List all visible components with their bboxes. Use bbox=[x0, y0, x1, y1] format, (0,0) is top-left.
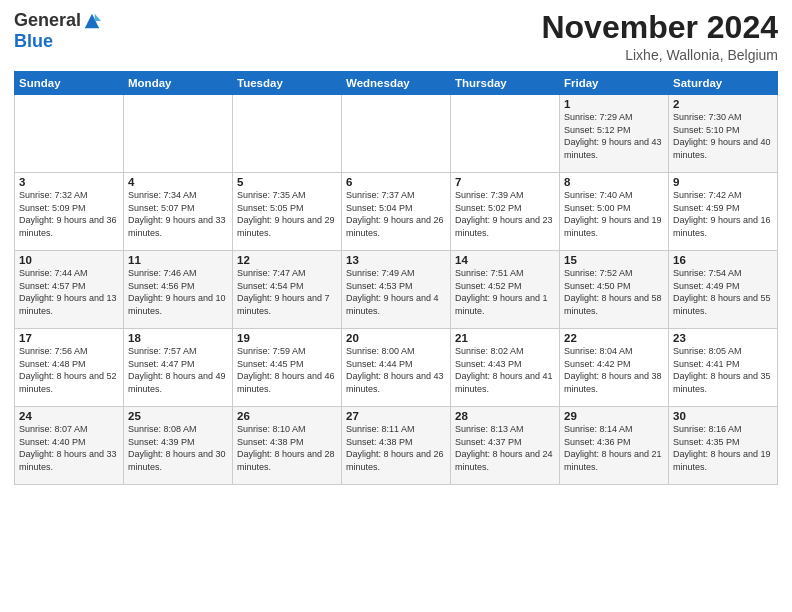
day-info: Sunrise: 7:54 AMSunset: 4:49 PMDaylight:… bbox=[673, 267, 773, 317]
calendar-day-cell bbox=[342, 95, 451, 173]
day-number: 10 bbox=[19, 254, 119, 266]
day-info: Sunrise: 7:40 AMSunset: 5:00 PMDaylight:… bbox=[564, 189, 664, 239]
day-info: Sunrise: 8:10 AMSunset: 4:38 PMDaylight:… bbox=[237, 423, 337, 473]
calendar-day-cell: 30Sunrise: 8:16 AMSunset: 4:35 PMDayligh… bbox=[669, 407, 778, 485]
logo: General Blue bbox=[14, 10, 101, 52]
day-info: Sunrise: 7:59 AMSunset: 4:45 PMDaylight:… bbox=[237, 345, 337, 395]
calendar-day-cell bbox=[233, 95, 342, 173]
calendar-day-cell: 7Sunrise: 7:39 AMSunset: 5:02 PMDaylight… bbox=[451, 173, 560, 251]
day-number: 27 bbox=[346, 410, 446, 422]
calendar-day-cell: 5Sunrise: 7:35 AMSunset: 5:05 PMDaylight… bbox=[233, 173, 342, 251]
calendar-day-cell: 6Sunrise: 7:37 AMSunset: 5:04 PMDaylight… bbox=[342, 173, 451, 251]
calendar-day-cell: 13Sunrise: 7:49 AMSunset: 4:53 PMDayligh… bbox=[342, 251, 451, 329]
title-area: November 2024 Lixhe, Wallonia, Belgium bbox=[541, 10, 778, 63]
calendar-container: General Blue November 2024 Lixhe, Wallon… bbox=[0, 0, 792, 493]
weekday-header: Tuesday bbox=[233, 72, 342, 95]
day-number: 15 bbox=[564, 254, 664, 266]
day-info: Sunrise: 7:52 AMSunset: 4:50 PMDaylight:… bbox=[564, 267, 664, 317]
day-info: Sunrise: 7:35 AMSunset: 5:05 PMDaylight:… bbox=[237, 189, 337, 239]
day-number: 13 bbox=[346, 254, 446, 266]
calendar-day-cell bbox=[451, 95, 560, 173]
day-info: Sunrise: 7:37 AMSunset: 5:04 PMDaylight:… bbox=[346, 189, 446, 239]
calendar-day-cell: 17Sunrise: 7:56 AMSunset: 4:48 PMDayligh… bbox=[15, 329, 124, 407]
calendar-day-cell: 11Sunrise: 7:46 AMSunset: 4:56 PMDayligh… bbox=[124, 251, 233, 329]
calendar-day-cell bbox=[15, 95, 124, 173]
weekday-header: Saturday bbox=[669, 72, 778, 95]
day-number: 11 bbox=[128, 254, 228, 266]
day-info: Sunrise: 8:16 AMSunset: 4:35 PMDaylight:… bbox=[673, 423, 773, 473]
day-info: Sunrise: 7:32 AMSunset: 5:09 PMDaylight:… bbox=[19, 189, 119, 239]
calendar-day-cell: 18Sunrise: 7:57 AMSunset: 4:47 PMDayligh… bbox=[124, 329, 233, 407]
weekday-header-row: SundayMondayTuesdayWednesdayThursdayFrid… bbox=[15, 72, 778, 95]
day-number: 6 bbox=[346, 176, 446, 188]
calendar-day-cell: 8Sunrise: 7:40 AMSunset: 5:00 PMDaylight… bbox=[560, 173, 669, 251]
day-info: Sunrise: 7:34 AMSunset: 5:07 PMDaylight:… bbox=[128, 189, 228, 239]
calendar-day-cell: 26Sunrise: 8:10 AMSunset: 4:38 PMDayligh… bbox=[233, 407, 342, 485]
day-number: 4 bbox=[128, 176, 228, 188]
logo-blue-text: Blue bbox=[14, 31, 53, 52]
calendar-day-cell: 9Sunrise: 7:42 AMSunset: 4:59 PMDaylight… bbox=[669, 173, 778, 251]
calendar-week-row: 3Sunrise: 7:32 AMSunset: 5:09 PMDaylight… bbox=[15, 173, 778, 251]
calendar-day-cell: 12Sunrise: 7:47 AMSunset: 4:54 PMDayligh… bbox=[233, 251, 342, 329]
day-number: 2 bbox=[673, 98, 773, 110]
day-info: Sunrise: 8:13 AMSunset: 4:37 PMDaylight:… bbox=[455, 423, 555, 473]
day-number: 16 bbox=[673, 254, 773, 266]
calendar-day-cell: 28Sunrise: 8:13 AMSunset: 4:37 PMDayligh… bbox=[451, 407, 560, 485]
day-number: 30 bbox=[673, 410, 773, 422]
day-info: Sunrise: 8:14 AMSunset: 4:36 PMDaylight:… bbox=[564, 423, 664, 473]
calendar-header: SundayMondayTuesdayWednesdayThursdayFrid… bbox=[15, 72, 778, 95]
day-info: Sunrise: 7:39 AMSunset: 5:02 PMDaylight:… bbox=[455, 189, 555, 239]
day-number: 5 bbox=[237, 176, 337, 188]
day-info: Sunrise: 7:49 AMSunset: 4:53 PMDaylight:… bbox=[346, 267, 446, 317]
day-number: 18 bbox=[128, 332, 228, 344]
calendar-day-cell: 23Sunrise: 8:05 AMSunset: 4:41 PMDayligh… bbox=[669, 329, 778, 407]
calendar-week-row: 17Sunrise: 7:56 AMSunset: 4:48 PMDayligh… bbox=[15, 329, 778, 407]
weekday-header: Monday bbox=[124, 72, 233, 95]
calendar-day-cell: 3Sunrise: 7:32 AMSunset: 5:09 PMDaylight… bbox=[15, 173, 124, 251]
day-info: Sunrise: 8:00 AMSunset: 4:44 PMDaylight:… bbox=[346, 345, 446, 395]
day-info: Sunrise: 8:11 AMSunset: 4:38 PMDaylight:… bbox=[346, 423, 446, 473]
calendar-day-cell: 21Sunrise: 8:02 AMSunset: 4:43 PMDayligh… bbox=[451, 329, 560, 407]
day-info: Sunrise: 7:44 AMSunset: 4:57 PMDaylight:… bbox=[19, 267, 119, 317]
day-info: Sunrise: 7:47 AMSunset: 4:54 PMDaylight:… bbox=[237, 267, 337, 317]
calendar-day-cell: 29Sunrise: 8:14 AMSunset: 4:36 PMDayligh… bbox=[560, 407, 669, 485]
day-number: 9 bbox=[673, 176, 773, 188]
day-number: 17 bbox=[19, 332, 119, 344]
day-info: Sunrise: 7:30 AMSunset: 5:10 PMDaylight:… bbox=[673, 111, 773, 161]
calendar-day-cell: 15Sunrise: 7:52 AMSunset: 4:50 PMDayligh… bbox=[560, 251, 669, 329]
day-info: Sunrise: 8:04 AMSunset: 4:42 PMDaylight:… bbox=[564, 345, 664, 395]
calendar-day-cell: 25Sunrise: 8:08 AMSunset: 4:39 PMDayligh… bbox=[124, 407, 233, 485]
day-number: 20 bbox=[346, 332, 446, 344]
calendar-day-cell: 1Sunrise: 7:29 AMSunset: 5:12 PMDaylight… bbox=[560, 95, 669, 173]
day-info: Sunrise: 7:56 AMSunset: 4:48 PMDaylight:… bbox=[19, 345, 119, 395]
calendar-day-cell: 2Sunrise: 7:30 AMSunset: 5:10 PMDaylight… bbox=[669, 95, 778, 173]
weekday-header: Friday bbox=[560, 72, 669, 95]
location: Lixhe, Wallonia, Belgium bbox=[541, 47, 778, 63]
day-number: 23 bbox=[673, 332, 773, 344]
calendar-day-cell: 24Sunrise: 8:07 AMSunset: 4:40 PMDayligh… bbox=[15, 407, 124, 485]
day-number: 28 bbox=[455, 410, 555, 422]
calendar-day-cell: 14Sunrise: 7:51 AMSunset: 4:52 PMDayligh… bbox=[451, 251, 560, 329]
logo-general-text: General bbox=[14, 10, 81, 31]
day-info: Sunrise: 7:46 AMSunset: 4:56 PMDaylight:… bbox=[128, 267, 228, 317]
calendar-day-cell: 16Sunrise: 7:54 AMSunset: 4:49 PMDayligh… bbox=[669, 251, 778, 329]
month-title: November 2024 bbox=[541, 10, 778, 45]
calendar-day-cell bbox=[124, 95, 233, 173]
day-number: 3 bbox=[19, 176, 119, 188]
calendar-week-row: 1Sunrise: 7:29 AMSunset: 5:12 PMDaylight… bbox=[15, 95, 778, 173]
logo-text: General bbox=[14, 10, 101, 31]
day-number: 22 bbox=[564, 332, 664, 344]
calendar-week-row: 10Sunrise: 7:44 AMSunset: 4:57 PMDayligh… bbox=[15, 251, 778, 329]
day-number: 21 bbox=[455, 332, 555, 344]
calendar-day-cell: 4Sunrise: 7:34 AMSunset: 5:07 PMDaylight… bbox=[124, 173, 233, 251]
day-number: 7 bbox=[455, 176, 555, 188]
day-number: 29 bbox=[564, 410, 664, 422]
day-info: Sunrise: 8:08 AMSunset: 4:39 PMDaylight:… bbox=[128, 423, 228, 473]
weekday-header: Sunday bbox=[15, 72, 124, 95]
weekday-header: Wednesday bbox=[342, 72, 451, 95]
weekday-header: Thursday bbox=[451, 72, 560, 95]
day-info: Sunrise: 7:42 AMSunset: 4:59 PMDaylight:… bbox=[673, 189, 773, 239]
calendar-day-cell: 19Sunrise: 7:59 AMSunset: 4:45 PMDayligh… bbox=[233, 329, 342, 407]
day-number: 8 bbox=[564, 176, 664, 188]
day-number: 24 bbox=[19, 410, 119, 422]
